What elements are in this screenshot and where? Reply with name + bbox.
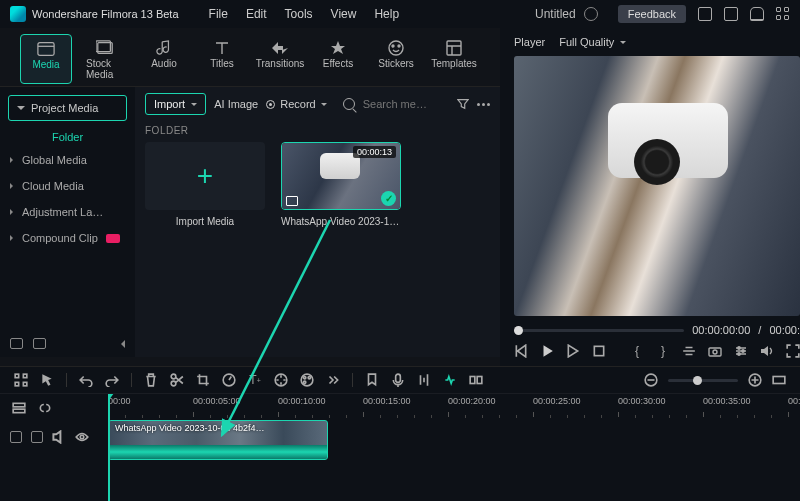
media-clip-card[interactable]: 00:00:13 WhatsApp Video 2023-10-05… [281,142,401,227]
effects-icon [329,40,347,56]
mark-in-button[interactable]: { [630,344,644,358]
media-icon [37,41,55,57]
link-toggle-icon[interactable] [38,401,52,415]
tab-stock-media[interactable]: Stock Media [78,34,132,84]
svg-point-21 [301,374,313,386]
player-controls: { } [514,340,800,362]
color-button[interactable] [300,373,314,387]
redo-button[interactable] [105,373,119,387]
menu-view[interactable]: View [331,7,357,21]
fullscreen-button[interactable] [786,344,800,358]
import-button[interactable]: Import [145,93,206,115]
play-button[interactable] [540,344,554,358]
cloud-icon[interactable] [750,7,764,21]
import-media-card[interactable]: + Import Media [145,142,265,227]
sidebar-item-compound-clip[interactable]: Compound Clip [0,225,135,251]
project-media-button[interactable]: Project Media [8,95,127,121]
tab-effects[interactable]: Effects [312,34,364,84]
tab-stickers[interactable]: Stickers [370,34,422,84]
filter-icon[interactable] [457,98,469,110]
search-icon[interactable] [343,98,355,110]
timeline-tracks[interactable]: 00:0000:00:05:0000:00:10:0000:00:15:0000… [108,394,800,501]
playhead[interactable] [108,394,110,501]
feedback-button[interactable]: Feedback [618,5,686,23]
play-forward-button[interactable] [566,344,580,358]
mark-out-button[interactable]: } [656,344,670,358]
video-track-header[interactable] [0,422,108,452]
lock-icon[interactable] [31,431,43,443]
timeline-ruler[interactable]: 00:0000:00:05:0000:00:10:0000:00:15:0000… [108,394,800,418]
delete-button[interactable] [144,373,158,387]
sidebar-item-adjustment-layer[interactable]: Adjustment La… [0,199,135,225]
seek-slider[interactable] [514,329,684,332]
menu-edit[interactable]: Edit [246,7,267,21]
apps-grid-icon[interactable] [776,7,790,21]
clip-added-check-icon [381,191,396,206]
preview-screen[interactable] [514,56,800,316]
track-menu-icon[interactable] [12,401,26,415]
keyframe-button[interactable] [274,373,288,387]
menu-help[interactable]: Help [374,7,399,21]
quality-dropdown[interactable]: Full Quality [559,36,626,48]
tab-templates-label: Templates [431,58,477,69]
crop-button[interactable] [682,344,696,358]
tab-audio[interactable]: Audio [138,34,190,84]
volume-button[interactable] [760,344,774,358]
tab-templates[interactable]: Templates [428,34,480,84]
new-folder-icon[interactable] [10,338,23,349]
svg-point-3 [389,41,403,55]
project-title[interactable]: Untitled [535,7,576,21]
save-icon[interactable] [724,7,738,21]
project-sync-icon[interactable] [584,7,598,21]
zoom-fit-button[interactable] [772,373,786,387]
visibility-icon[interactable] [75,430,89,444]
voiceover-button[interactable] [391,373,405,387]
more-tools-icon[interactable] [326,373,340,387]
tab-transitions-label: Transitions [256,58,305,69]
snapshot-button[interactable] [708,344,722,358]
chevron-right-icon [10,209,16,215]
menu-tools[interactable]: Tools [285,7,313,21]
render-button[interactable] [469,373,483,387]
new-bin-icon[interactable] [33,338,46,349]
prev-frame-button[interactable] [514,344,528,358]
text-tool-icon[interactable]: T+ [248,373,262,387]
collapse-sidebar-icon[interactable] [117,340,125,348]
project-media-label: Project Media [31,102,98,114]
clip-type-icon [286,196,298,206]
menu-file[interactable]: File [209,7,228,21]
ruler-tick: 00:00:05:00 [193,396,241,406]
templates-icon [445,40,463,56]
zoom-out-button[interactable] [644,373,658,387]
sidebar-item-cloud-media[interactable]: Cloud Media [0,173,135,199]
svg-point-4 [392,45,394,47]
stop-button[interactable] [592,344,606,358]
zoom-slider[interactable] [668,379,738,382]
audio-mix-button[interactable] [417,373,431,387]
pointer-tool-icon[interactable] [40,373,54,387]
mute-icon[interactable] [52,430,66,444]
svg-point-23 [308,377,310,379]
tab-transitions[interactable]: Transitions [254,34,306,84]
search-input[interactable] [363,98,443,110]
select-tool-icon[interactable] [14,373,28,387]
marker-button[interactable] [365,373,379,387]
sidebar-item-global-media[interactable]: Global Media [0,147,135,173]
crop-tool-icon[interactable] [196,373,210,387]
split-button[interactable] [170,373,184,387]
record-button[interactable]: Record [266,98,326,110]
undo-button[interactable] [79,373,93,387]
timeline-clip[interactable]: WhatsApp Video 2023-10-05 4b2f4… [108,420,328,460]
tab-titles[interactable]: Titles [196,34,248,84]
more-options-icon[interactable] [477,103,490,106]
tab-media[interactable]: Media [20,34,72,84]
svg-point-12 [738,353,740,355]
zoom-in-button[interactable] [748,373,762,387]
speed-button[interactable] [222,373,236,387]
ai-image-button[interactable]: AI Image [214,98,258,110]
svg-rect-13 [15,374,18,378]
plus-icon: + [197,160,213,192]
monitor-icon[interactable] [698,7,712,21]
settings-button[interactable] [734,344,748,358]
auto-ripple-icon[interactable] [443,373,457,387]
